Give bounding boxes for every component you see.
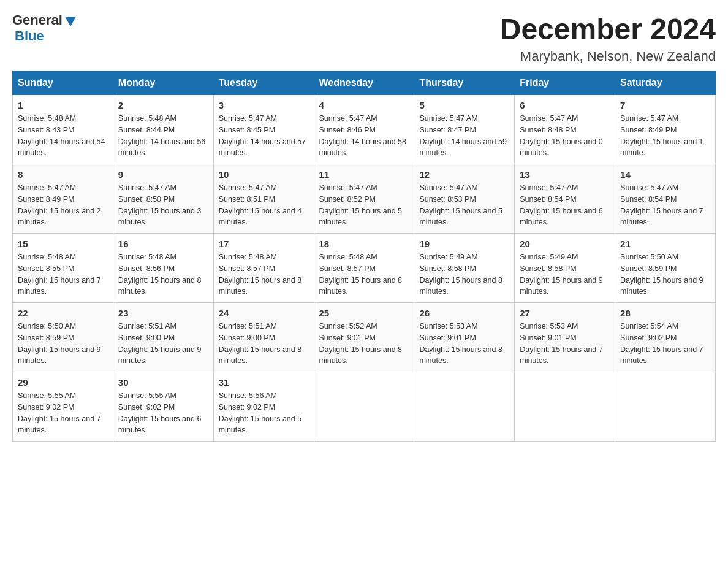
sunrise-label: Sunrise: 5:48 AM [18,114,76,123]
daylight-label: Daylight: 14 hours and 58 minutes. [319,137,406,158]
sunrise-label: Sunrise: 5:48 AM [219,253,277,261]
calendar-cell: 8 Sunrise: 5:47 AM Sunset: 8:49 PM Dayli… [13,164,113,234]
day-number: 27 [520,308,610,318]
calendar-week-row: 15 Sunrise: 5:48 AM Sunset: 8:55 PM Dayl… [13,234,716,303]
weekday-header-saturday: Saturday [615,71,716,95]
calendar-subtitle: Marybank, Nelson, New Zealand [500,48,716,64]
daylight-label: Daylight: 15 hours and 3 minutes. [118,207,202,227]
sunrise-label: Sunrise: 5:47 AM [419,114,477,123]
day-info: Sunrise: 5:51 AM Sunset: 9:00 PM Dayligh… [219,321,309,367]
calendar-cell: 28 Sunrise: 5:54 AM Sunset: 9:02 PM Dayl… [615,303,716,372]
sunset-label: Sunset: 8:49 PM [620,126,677,134]
day-number: 6 [520,100,610,110]
sunrise-label: Sunrise: 5:47 AM [18,183,76,192]
day-number: 30 [118,377,208,388]
calendar-cell: 19 Sunrise: 5:49 AM Sunset: 8:58 PM Dayl… [414,234,515,303]
day-info: Sunrise: 5:48 AM Sunset: 8:55 PM Dayligh… [18,251,108,297]
sunset-label: Sunset: 9:00 PM [219,334,275,342]
daylight-label: Daylight: 14 hours and 59 minutes. [419,137,506,158]
daylight-label: Daylight: 15 hours and 5 minutes. [419,207,502,227]
calendar-cell [314,372,414,442]
day-number: 11 [319,169,409,180]
sunset-label: Sunset: 9:00 PM [118,334,175,342]
day-number: 22 [18,308,108,318]
calendar-cell: 3 Sunrise: 5:47 AM Sunset: 8:45 PM Dayli… [213,95,314,164]
weekday-header-wednesday: Wednesday [314,71,414,95]
sunset-label: Sunset: 8:47 PM [419,126,476,134]
day-number: 31 [219,377,309,388]
day-info: Sunrise: 5:51 AM Sunset: 9:00 PM Dayligh… [118,321,208,367]
calendar-cell: 5 Sunrise: 5:47 AM Sunset: 8:47 PM Dayli… [414,95,515,164]
day-info: Sunrise: 5:47 AM Sunset: 8:49 PM Dayligh… [620,113,710,159]
sunset-label: Sunset: 8:59 PM [18,334,74,342]
day-number: 23 [118,308,208,318]
sunrise-label: Sunrise: 5:47 AM [319,114,377,123]
day-number: 17 [219,239,309,249]
calendar-cell: 17 Sunrise: 5:48 AM Sunset: 8:57 PM Dayl… [213,234,314,303]
day-number: 8 [18,169,108,180]
daylight-label: Daylight: 15 hours and 7 minutes. [520,345,603,366]
daylight-label: Daylight: 15 hours and 8 minutes. [419,345,502,366]
day-info: Sunrise: 5:47 AM Sunset: 8:54 PM Dayligh… [520,182,610,228]
day-info: Sunrise: 5:47 AM Sunset: 8:49 PM Dayligh… [18,182,108,228]
sunset-label: Sunset: 8:57 PM [219,264,275,273]
day-number: 24 [219,308,309,318]
sunrise-label: Sunrise: 5:54 AM [620,322,678,331]
daylight-label: Daylight: 15 hours and 8 minutes. [319,345,403,366]
daylight-label: Daylight: 15 hours and 8 minutes. [219,345,302,366]
sunrise-label: Sunrise: 5:50 AM [620,253,678,261]
daylight-label: Daylight: 15 hours and 7 minutes. [18,415,101,435]
title-section: December 2024 Marybank, Nelson, New Zeal… [500,12,716,64]
sunset-label: Sunset: 8:46 PM [319,126,376,134]
weekday-header-tuesday: Tuesday [213,71,314,95]
calendar-cell: 29 Sunrise: 5:55 AM Sunset: 9:02 PM Dayl… [13,372,113,442]
day-number: 15 [18,239,108,249]
page-header: General Blue December 2024 Marybank, Nel… [12,12,716,64]
day-info: Sunrise: 5:47 AM Sunset: 8:45 PM Dayligh… [219,113,309,159]
day-info: Sunrise: 5:48 AM Sunset: 8:57 PM Dayligh… [219,251,309,297]
sunset-label: Sunset: 8:48 PM [520,126,576,134]
sunset-label: Sunset: 8:56 PM [118,264,175,273]
calendar-cell: 26 Sunrise: 5:53 AM Sunset: 9:01 PM Dayl… [414,303,515,372]
daylight-label: Daylight: 14 hours and 54 minutes. [18,137,105,158]
day-number: 10 [219,169,309,180]
day-info: Sunrise: 5:47 AM Sunset: 8:48 PM Dayligh… [520,113,610,159]
day-info: Sunrise: 5:48 AM Sunset: 8:43 PM Dayligh… [18,113,108,159]
daylight-label: Daylight: 15 hours and 7 minutes. [620,207,703,227]
day-info: Sunrise: 5:53 AM Sunset: 9:01 PM Dayligh… [419,321,509,367]
day-number: 5 [419,100,509,110]
calendar-cell: 15 Sunrise: 5:48 AM Sunset: 8:55 PM Dayl… [13,234,113,303]
sunrise-label: Sunrise: 5:51 AM [219,322,277,331]
calendar-cell: 22 Sunrise: 5:50 AM Sunset: 8:59 PM Dayl… [13,303,113,372]
weekday-header-friday: Friday [515,71,615,95]
daylight-label: Daylight: 14 hours and 57 minutes. [219,137,306,158]
calendar-cell: 6 Sunrise: 5:47 AM Sunset: 8:48 PM Dayli… [515,95,615,164]
day-info: Sunrise: 5:48 AM Sunset: 8:57 PM Dayligh… [319,251,409,297]
sunset-label: Sunset: 8:50 PM [118,195,175,204]
sunrise-label: Sunrise: 5:47 AM [520,183,578,192]
calendar-cell: 1 Sunrise: 5:48 AM Sunset: 8:43 PM Dayli… [13,95,113,164]
daylight-label: Daylight: 15 hours and 9 minutes. [620,276,703,296]
calendar-week-row: 1 Sunrise: 5:48 AM Sunset: 8:43 PM Dayli… [13,95,716,164]
calendar-cell: 12 Sunrise: 5:47 AM Sunset: 8:53 PM Dayl… [414,164,515,234]
sunset-label: Sunset: 8:54 PM [620,195,677,204]
sunset-label: Sunset: 9:02 PM [118,403,175,412]
sunrise-label: Sunrise: 5:53 AM [419,322,477,331]
day-info: Sunrise: 5:55 AM Sunset: 9:02 PM Dayligh… [18,390,108,436]
calendar-cell: 4 Sunrise: 5:47 AM Sunset: 8:46 PM Dayli… [314,95,414,164]
calendar-title: December 2024 [500,12,716,46]
sunset-label: Sunset: 8:58 PM [520,264,576,273]
sunrise-label: Sunrise: 5:48 AM [118,253,176,261]
day-info: Sunrise: 5:47 AM Sunset: 8:46 PM Dayligh… [319,113,409,159]
day-number: 14 [620,169,710,180]
daylight-label: Daylight: 15 hours and 6 minutes. [118,415,202,435]
sunrise-label: Sunrise: 5:55 AM [118,391,176,400]
logo-triangle-icon [64,14,77,28]
daylight-label: Daylight: 15 hours and 8 minutes. [118,276,202,296]
sunrise-label: Sunrise: 5:52 AM [319,322,377,331]
day-info: Sunrise: 5:53 AM Sunset: 9:01 PM Dayligh… [520,321,610,367]
sunset-label: Sunset: 9:02 PM [219,403,275,412]
day-info: Sunrise: 5:48 AM Sunset: 8:44 PM Dayligh… [118,113,208,159]
calendar-cell: 7 Sunrise: 5:47 AM Sunset: 8:49 PM Dayli… [615,95,716,164]
day-number: 13 [520,169,610,180]
